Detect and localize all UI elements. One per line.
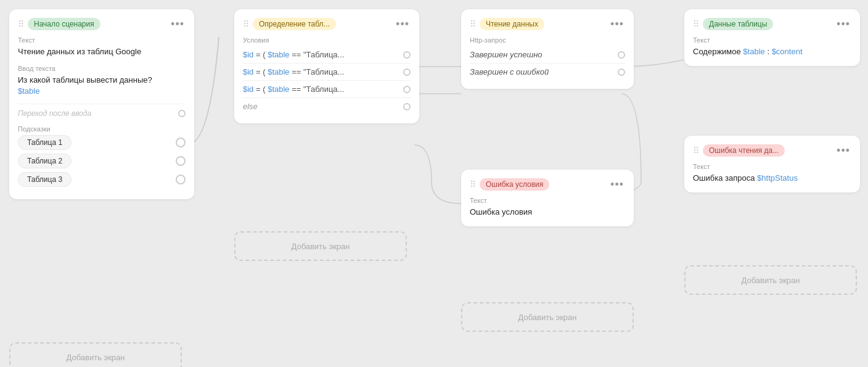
hint-radio-3[interactable] [176,175,186,184]
card1-connector [178,110,186,117]
hint-pill-1: Таблица 1 [18,135,72,150]
read-data-card: ⠿ Чтение данных ••• Http-запрос Завершен… [461,9,634,89]
card6-menu-button[interactable]: ••• [835,145,851,156]
drag-handle-6: ⠿ [693,146,699,155]
card5-badge: Данные таблицы [703,18,773,30]
condition-connector-else [403,103,411,110]
condition-var-table-2: $table [268,67,289,76]
card1-section2-value: Из какой таблицы вывести данные? [18,75,186,86]
card1-section1-value: Чтение данных из таблиц Google [18,46,186,57]
card1-section1-label: Текст [18,36,186,44]
http-error-connector [618,68,625,76]
card2-badge: Определение табл... [253,18,336,30]
card1-badge: Начало сценария [28,18,100,30]
canvas: ⠿ Начало сценария ••• Текст Чтение данны… [0,0,868,367]
condition-row-1: $id = ( $table == "Таблица... [243,46,411,64]
card6-badge: Ошибка чтения да... [703,144,785,157]
condition-else-label: else [243,102,258,111]
condition-var-1: $id [243,50,253,59]
add-screen-button-3[interactable]: Добавить экран [461,302,634,332]
card5-menu-button[interactable]: ••• [835,19,851,30]
http-success-row: Завершен успешно [470,46,625,64]
card5-var2: $content [772,47,803,56]
add-screen-button-1[interactable]: Добавить экран [9,342,182,367]
condition-connector-1 [403,51,411,59]
card5-text-label: Текст [693,36,851,44]
define-table-card: ⠿ Определение табл... ••• Условия $id = … [234,9,419,123]
hint-radio-2[interactable] [176,156,186,166]
card1-transition-row: Переход после ввода [18,104,186,118]
drag-handle-2: ⠿ [243,19,249,29]
card1-header: ⠿ Начало сценария ••• [18,18,186,30]
card1-transition-label: Переход после ввода [18,109,91,118]
condition-row-3: $id = ( $table == "Таблица... [243,81,411,98]
card1-var: $table [18,86,186,97]
card5-text-value: Содержимое $table : $content [693,46,851,57]
card4-header: ⠿ Ошибка условия ••• [470,178,625,191]
drag-handle-5: ⠿ [693,19,699,29]
condition-text-3: $id = ( $table == "Таблица... [243,85,344,94]
condition-var-2: $id [243,67,253,76]
http-success-label: Завершен успешно [470,50,542,59]
card4-text-label: Текст [470,197,625,204]
drag-handle-3: ⠿ [470,19,476,29]
card6-var1: $httpStatus [757,173,798,183]
hint-pill-3: Таблица 3 [18,172,72,187]
condition-connector-3 [403,86,411,93]
condition-error-card: ⠿ Ошибка условия ••• Текст Ошибка услови… [461,170,634,226]
card6-header: ⠿ Ошибка чтения да... ••• [693,144,851,157]
table-data-card: ⠿ Данные таблицы ••• Текст Содержимое $t… [684,9,860,66]
card1-menu-button[interactable]: ••• [170,19,186,30]
hints-list: Таблица 1 Таблица 2 Таблица 3 [18,135,186,187]
read-error-card: ⠿ Ошибка чтения да... ••• Текст Ошибка з… [684,136,860,192]
drag-handle-1: ⠿ [18,19,24,29]
card3-menu-button[interactable]: ••• [609,19,625,30]
hint-row-2: Таблица 2 [18,154,186,168]
card3-header: ⠿ Чтение данных ••• [470,18,625,30]
condition-var-table-3: $table [268,85,289,94]
hint-pill-2: Таблица 2 [18,154,72,168]
card6-text-prefix: Ошибка запроса [693,173,757,183]
card5-text-prefix: Содержимое [693,47,743,56]
condition-row-else: else [243,98,411,115]
condition-var-3: $id [243,85,253,94]
card3-http-label: Http-запрос [470,36,625,44]
condition-var-table-1: $table [268,50,289,59]
card5-text-middle: : [765,47,772,56]
card2-menu-button[interactable]: ••• [395,19,411,30]
hints-label: Подсказки [18,125,186,133]
card3-badge: Чтение данных [480,18,544,30]
card1-section2-label: Ввод текста [18,65,186,72]
card2-conditions-label: Условия [243,36,411,44]
drag-handle-4: ⠿ [470,179,476,189]
hint-row-1: Таблица 1 [18,135,186,150]
add-screen-button-2[interactable]: Добавить экран [234,231,407,261]
scenario-start-card: ⠿ Начало сценария ••• Текст Чтение данны… [9,9,194,199]
condition-connector-2 [403,68,411,76]
condition-text-1: $id = ( $table == "Таблица... [243,50,344,59]
card6-text-value: Ошибка запроса $httpStatus [693,173,851,184]
http-error-label: Завершен с ошибкой [470,67,549,76]
http-success-connector [618,51,625,59]
hint-radio-1[interactable] [176,138,186,147]
condition-row-2: $id = ( $table == "Таблица... [243,64,411,81]
card4-text-value: Ошибка условия [470,207,625,218]
card6-text-label: Текст [693,163,851,170]
card4-menu-button[interactable]: ••• [609,179,625,190]
card4-badge: Ошибка условия [480,178,549,191]
hint-row-3: Таблица 3 [18,172,186,187]
add-screen-button-4[interactable]: Добавить экран [684,265,857,295]
http-error-row: Завершен с ошибкой [470,64,625,80]
card5-header: ⠿ Данные таблицы ••• [693,18,851,30]
condition-text-2: $id = ( $table == "Таблица... [243,67,344,76]
card2-header: ⠿ Определение табл... ••• [243,18,411,30]
card5-var1: $table [743,47,764,56]
